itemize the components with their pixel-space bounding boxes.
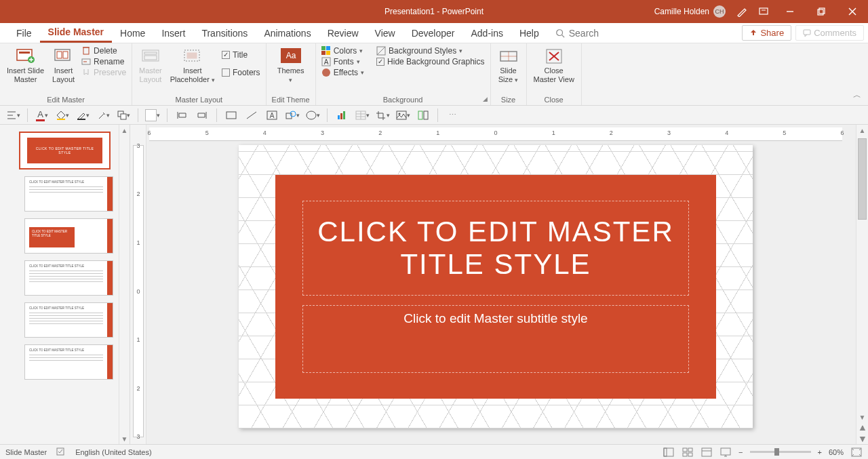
crop-icon[interactable]: ▾ (375, 108, 390, 123)
tell-me-search[interactable]: Search (547, 28, 607, 39)
sorter-view-icon[interactable] (682, 447, 694, 458)
tab-transitions[interactable]: Transitions (193, 23, 256, 43)
zoom-out-button[interactable]: − (738, 448, 743, 456)
thumbnail-layout-3[interactable]: CLICK TO EDIT MASTER TITLE STYLE (24, 260, 113, 296)
zoom-in-button[interactable]: + (818, 448, 822, 456)
insert-slide-master-button[interactable]: Insert Slide Master (5, 46, 45, 85)
fit-to-window-icon[interactable] (850, 447, 863, 458)
more-commands-icon[interactable]: ⋯ (445, 108, 460, 123)
normal-view-icon[interactable] (663, 447, 675, 458)
prev-slide-icon[interactable]: ⯅ (856, 422, 868, 433)
drawing-mode-icon[interactable] (731, 0, 753, 23)
tab-insert[interactable]: Insert (153, 23, 193, 43)
insert-placeholder-button[interactable]: Insert Placeholder ▾ (169, 46, 216, 85)
subtitle-placeholder[interactable]: Click to edit Master subtitle style (302, 305, 689, 373)
tab-help[interactable]: Help (511, 23, 547, 43)
shape-fill-swatch[interactable]: ▾ (145, 108, 160, 123)
outline-color-button[interactable]: ▾ (75, 108, 90, 123)
tab-home[interactable]: Home (112, 23, 153, 43)
title-checkbox[interactable]: ✓Title (222, 50, 260, 60)
display-options-icon[interactable] (753, 0, 774, 23)
thumbnail-layout-1[interactable]: CLICK TO EDIT MASTER TITLE STYLE (24, 176, 113, 212)
slideshow-view-icon[interactable] (719, 447, 732, 458)
spellcheck-icon[interactable] (56, 447, 66, 458)
reading-view-icon[interactable] (701, 447, 713, 458)
canvas-scrollbar[interactable]: ▲ ▼ ⯅ ⯆ (856, 125, 868, 444)
hide-bg-checkbox[interactable]: ✓Hide Background Graphics (376, 57, 484, 66)
collapse-ribbon-button[interactable]: ︿ (853, 89, 861, 101)
group-label-close: Close (545, 96, 564, 104)
themes-button[interactable]: Aa Themes▾ (276, 46, 306, 85)
line-shape-icon[interactable] (244, 108, 259, 123)
tab-view[interactable]: View (367, 23, 403, 43)
tab-file[interactable]: File (8, 23, 40, 43)
share-button[interactable]: Share (742, 25, 791, 41)
group-size: Slide Size ▾ Size (491, 43, 527, 105)
align-menu[interactable]: ▾ (5, 108, 20, 123)
status-language[interactable]: English (United States) (75, 448, 152, 456)
status-mode[interactable]: Slide Master (5, 448, 47, 456)
minimize-button[interactable] (774, 0, 806, 23)
zoom-level[interactable]: 60% (829, 448, 844, 456)
svg-rect-0 (760, 8, 768, 14)
delete-button[interactable]: Delete (81, 46, 126, 56)
master-layout-icon (140, 47, 161, 65)
svg-rect-54 (424, 111, 428, 119)
thumbnail-layout-2[interactable]: CLICK TO EDIT MASTERTITLE STYLE (24, 218, 113, 254)
font-color-button[interactable]: A▾ (35, 108, 50, 123)
maximize-button[interactable] (806, 0, 837, 23)
scroll-down-icon[interactable]: ▼ (856, 412, 868, 422)
background-styles-button[interactable]: Background Styles▾ (376, 46, 484, 56)
fonts-button[interactable]: AFonts▾ (321, 57, 364, 66)
insert-layout-button[interactable]: Insert Layout (51, 46, 76, 85)
slide-size-button[interactable]: Slide Size ▾ (496, 46, 521, 85)
align-right-icon[interactable] (195, 108, 210, 123)
tab-addins[interactable]: Add-ins (462, 23, 511, 43)
svg-rect-24 (321, 46, 326, 50)
tab-slide-master[interactable]: Slide Master (40, 23, 112, 43)
chart-icon[interactable] (334, 108, 349, 123)
comments-button[interactable]: Comments (795, 25, 864, 41)
user-account[interactable]: Camille Holden CH (649, 5, 731, 18)
colors-button[interactable]: Colors▾ (321, 46, 364, 56)
slide-master-canvas[interactable]: CLICK TO EDIT MASTER TITLE STYLE Click t… (239, 145, 753, 428)
group-background: Colors▾ AFonts▾ Effects▾ Background Styl… (316, 43, 491, 105)
next-slide-icon[interactable]: ⯆ (856, 433, 868, 444)
selection-pane-icon[interactable] (416, 108, 431, 123)
effects-button[interactable]: Effects▾ (321, 68, 364, 77)
scroll-down-icon[interactable]: ▼ (119, 433, 130, 444)
fill-color-button[interactable]: ▾ (55, 108, 70, 123)
tab-review[interactable]: Review (319, 23, 367, 43)
scrollbar-thumb[interactable] (858, 138, 867, 220)
rename-button[interactable]: Rename (81, 57, 126, 66)
footers-checkbox[interactable]: Footers (222, 68, 260, 77)
title-placeholder[interactable]: CLICK TO EDIT MASTER TITLE STYLE (302, 201, 689, 296)
thumbnail-layout-5[interactable]: CLICK TO EDIT MASTER TITLE STYLE (24, 344, 113, 380)
thumbnail-layout-4[interactable]: CLICK TO EDIT MASTER TITLE STYLE (24, 302, 113, 338)
scroll-up-icon[interactable]: ▲ (856, 125, 868, 136)
thumbnail-pane[interactable]: CLICK TO EDIT MASTER TITLESTYLE CLICK TO… (0, 125, 130, 444)
shapes-menu[interactable]: ▾ (285, 108, 300, 123)
align-left-icon[interactable] (174, 108, 189, 123)
ribbon-tabs: File Slide Master Home Insert Transition… (0, 23, 868, 43)
svg-rect-19 (144, 56, 157, 60)
svg-line-7 (561, 35, 564, 37)
thumbnail-slide-master[interactable]: CLICK TO EDIT MASTER TITLESTYLE (19, 132, 111, 169)
close-icon (543, 47, 565, 65)
thumbnail-scrollbar[interactable]: ▲ ▼ (119, 125, 130, 444)
eyedropper-button[interactable]: ▾ (96, 108, 111, 123)
oval-shape-icon[interactable]: ▾ (305, 108, 320, 123)
text-box-icon[interactable]: A (264, 108, 279, 123)
picture-icon[interactable]: ▾ (395, 108, 410, 123)
close-master-view-button[interactable]: Close Master View (532, 46, 576, 85)
rectangle-shape-icon[interactable] (224, 108, 239, 123)
tab-animations[interactable]: Animations (256, 23, 319, 43)
zoom-slider[interactable] (750, 451, 811, 453)
arrange-button[interactable]: ▾ (116, 108, 131, 123)
svg-point-30 (322, 68, 330, 77)
close-window-button[interactable] (837, 0, 868, 23)
scroll-up-icon[interactable]: ▲ (119, 125, 130, 136)
tab-developer[interactable]: Developer (403, 23, 463, 43)
background-dialog-launcher[interactable]: ◢ (483, 96, 488, 102)
user-avatar: CH (713, 5, 726, 18)
